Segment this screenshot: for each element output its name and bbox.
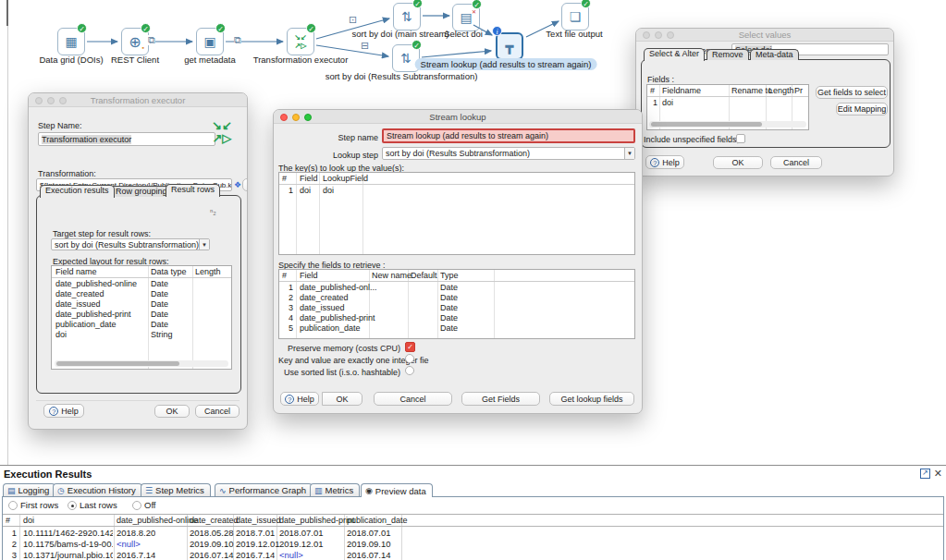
get-fields-to-select-button[interactable]: Get fields to select bbox=[816, 86, 888, 99]
copy-rows-icon[interactable]: ⧉ bbox=[234, 35, 241, 45]
chevron-down-icon[interactable]: ▼ bbox=[199, 239, 209, 250]
field-name-cell: publication_date bbox=[55, 320, 117, 329]
field-cell: doi bbox=[300, 186, 311, 195]
tab-execution-history[interactable]: ◷Execution History bbox=[53, 483, 142, 496]
tab-meta-data[interactable]: Meta-data bbox=[750, 49, 799, 60]
transformation-executor-icon: ↘↙↗▷ bbox=[212, 119, 232, 145]
include-unspecified-checkbox[interactable] bbox=[736, 134, 745, 143]
step-name-label: Step name bbox=[329, 133, 378, 142]
help-button[interactable]: ?Help bbox=[43, 404, 84, 418]
minimize-icon[interactable] bbox=[47, 97, 55, 104]
close-icon[interactable] bbox=[280, 114, 288, 121]
edit-mapping-button[interactable]: Edit Mapping bbox=[836, 103, 888, 116]
off-radio[interactable] bbox=[132, 501, 141, 510]
transformation-label: Transformation: bbox=[38, 169, 96, 178]
copy-rows-icon[interactable]: ⧉ bbox=[148, 35, 155, 45]
cancel-button[interactable]: Cancel bbox=[770, 156, 822, 169]
text-file-icon: ❏ bbox=[570, 9, 582, 24]
sorted-list-label: Use sorted list (i.s.o. hashtable) bbox=[278, 368, 400, 377]
minimize-icon[interactable] bbox=[292, 114, 300, 121]
tab-remove[interactable]: Remove bbox=[706, 49, 749, 60]
ok-button[interactable]: OK bbox=[322, 392, 362, 406]
lookup-step-dropdown[interactable]: sort by doi (Results Subtransformation) … bbox=[382, 147, 635, 160]
window-controls[interactable] bbox=[35, 97, 67, 104]
main-output-icon[interactable]: ⊡ bbox=[349, 15, 357, 25]
date-cell: <null> bbox=[279, 550, 303, 560]
divider bbox=[36, 400, 240, 401]
close-icon[interactable] bbox=[35, 97, 43, 104]
retrieve-fields-table[interactable]: # Field New name Default Type 1date_publ… bbox=[278, 269, 635, 339]
canvas-left-border-dark bbox=[6, 0, 8, 26]
tab-row-grouping[interactable]: Row grouping bbox=[110, 186, 173, 197]
sorted-list-radio[interactable] bbox=[405, 366, 414, 375]
zoom-icon[interactable] bbox=[667, 31, 674, 39]
tab-metrics[interactable]: ▥Metrics bbox=[310, 483, 360, 496]
step-name-input[interactable]: Stream lookup (add results to stream aga… bbox=[382, 128, 635, 143]
tab-execution-results[interactable]: Execution results bbox=[40, 185, 115, 198]
preserve-memory-checkbox[interactable]: ✓ bbox=[405, 342, 415, 352]
field-name-cell: date_created bbox=[55, 289, 104, 298]
dialog-titlebar[interactable]: Transformation executor bbox=[29, 93, 247, 107]
minimize-icon[interactable] bbox=[655, 31, 662, 39]
row-number-cell: 1 bbox=[279, 186, 293, 195]
open-in-window-icon[interactable]: ↗ bbox=[920, 469, 930, 479]
close-panel-icon[interactable]: ✕ bbox=[934, 469, 942, 479]
success-badge: ✓ bbox=[77, 23, 87, 33]
get-lookup-fields-button[interactable]: Get lookup fields bbox=[549, 392, 634, 406]
sort-rows-icon: ⇅ bbox=[401, 9, 412, 24]
date-cell: 2018.07.01 bbox=[347, 528, 391, 538]
get-fields-button[interactable]: Get Fields bbox=[461, 392, 540, 406]
type-cell: Date bbox=[440, 303, 458, 312]
key-value-integer-radio[interactable] bbox=[405, 354, 414, 363]
column-header: date_created bbox=[190, 516, 239, 525]
type-cell: Date bbox=[440, 313, 458, 323]
dialog-titlebar[interactable]: Stream lookup bbox=[274, 110, 642, 124]
lookup-keys-table[interactable]: # Field LookupField 1 doi doi bbox=[278, 172, 635, 255]
row-number-cell: 3 bbox=[279, 303, 293, 312]
chevron-down-icon[interactable]: ▼ bbox=[624, 148, 634, 159]
first-rows-radio[interactable] bbox=[8, 501, 18, 510]
expected-layout-table[interactable]: Field name Data type Length date_publish… bbox=[51, 265, 232, 370]
tab-select-alter[interactable]: Select & Alter bbox=[644, 48, 705, 61]
browse-button[interactable]: Br bbox=[242, 178, 248, 191]
success-badge: ✓ bbox=[412, 40, 422, 50]
zoom-icon[interactable] bbox=[304, 114, 312, 121]
row-number-cell: 2 bbox=[3, 539, 17, 549]
close-icon[interactable] bbox=[643, 31, 650, 39]
cancel-button[interactable]: Cancel bbox=[195, 405, 240, 418]
doi-cell: 10.1371/journal.pbio.100... bbox=[23, 550, 113, 560]
dialog-title: Stream lookup bbox=[429, 112, 485, 122]
cancel-button[interactable]: Cancel bbox=[374, 392, 452, 406]
node-label-select-doi: Select doi bbox=[444, 29, 483, 39]
tab-step-metrics[interactable]: ☰Step Metrics bbox=[141, 483, 211, 496]
ok-button[interactable]: OK bbox=[713, 156, 763, 169]
window-controls[interactable] bbox=[643, 31, 674, 39]
date-cell: 2018.8.20 bbox=[117, 528, 155, 538]
tab-performance-graph[interactable]: ∿Performance Graph bbox=[215, 483, 313, 496]
zoom-icon[interactable] bbox=[59, 97, 67, 104]
node-stream-lookup[interactable]: ┳ bbox=[496, 32, 523, 60]
dialog-titlebar[interactable]: Select values bbox=[636, 29, 893, 42]
target-step-dropdown[interactable]: sort by doi (Results Subtransformation) … bbox=[51, 238, 210, 250]
date-cell: 2016.7.14 bbox=[117, 550, 155, 560]
preview-data-panel: First rows Last rows Off # doi date_publ… bbox=[2, 496, 944, 560]
help-button[interactable]: ?Help bbox=[280, 392, 319, 406]
result-rows-icon[interactable]: ⊟ bbox=[361, 41, 369, 51]
horizontal-scrollbar[interactable] bbox=[649, 121, 806, 128]
fields-table[interactable]: # Fieldname Rename to Length Pr 1 doi bbox=[646, 84, 809, 130]
column-header: Field bbox=[300, 174, 318, 183]
tab-preview-data[interactable]: ◉Preview data bbox=[361, 483, 433, 497]
help-button[interactable]: ?Help bbox=[645, 155, 684, 169]
tab-logging[interactable]: ▤Logging bbox=[3, 483, 55, 496]
step-name-input[interactable]: Transformation executor bbox=[38, 132, 215, 146]
tab-result-rows[interactable]: Result rows bbox=[166, 184, 220, 197]
type-cell: Date bbox=[440, 323, 458, 333]
ok-button[interactable]: OK bbox=[154, 405, 190, 418]
row-number-cell: 1 bbox=[647, 98, 657, 107]
execution-results-panel: Execution Results ↗ ✕ ▤Logging ◷Executio… bbox=[0, 465, 946, 560]
include-unspecified-label: Include unspecified fields, c bbox=[644, 135, 745, 144]
last-rows-radio[interactable] bbox=[68, 501, 77, 510]
horizontal-scrollbar[interactable] bbox=[55, 360, 228, 367]
column-header: publication_date bbox=[347, 516, 408, 525]
window-controls[interactable] bbox=[280, 114, 312, 121]
